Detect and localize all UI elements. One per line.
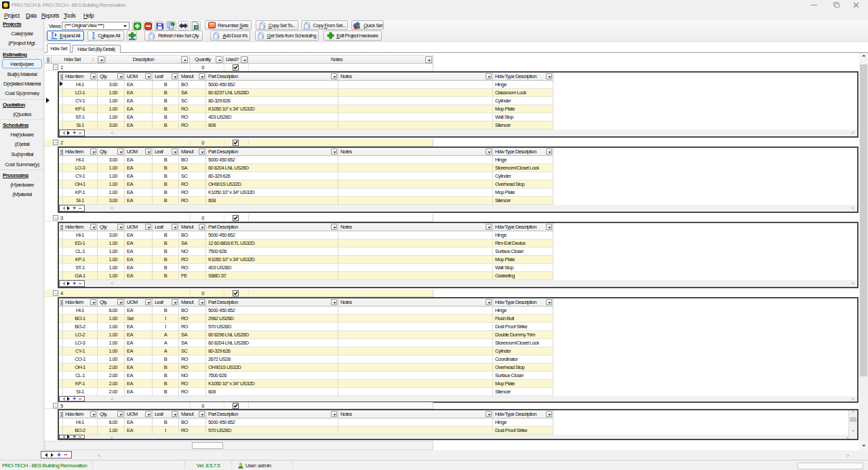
svg-text:X: X xyxy=(195,25,197,29)
